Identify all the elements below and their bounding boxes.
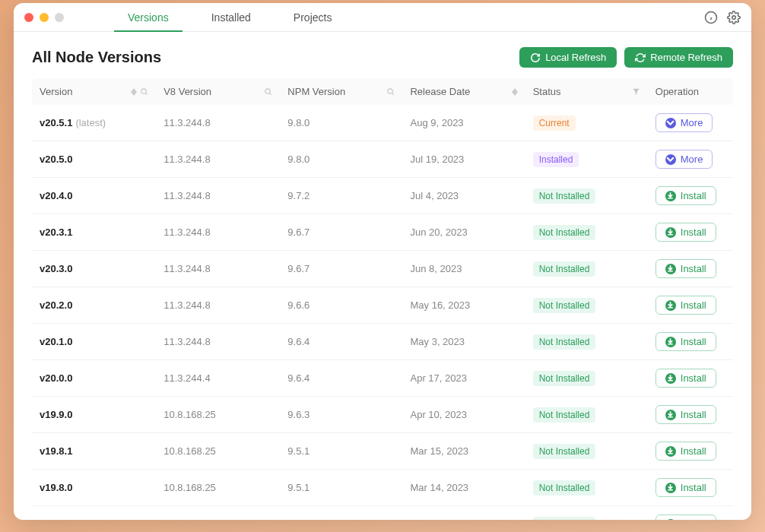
install-button[interactable]: Install: [655, 515, 716, 520]
version-cell: v20.5.0: [32, 141, 156, 178]
status-badge: Not Installed: [533, 298, 596, 313]
version-cell: v20.1.0: [32, 324, 156, 360]
versions-table: Version V8 Version: [32, 78, 733, 520]
maximize-window-button[interactable]: [55, 13, 64, 22]
operation-cell: Install: [648, 251, 733, 287]
remote-refresh-label: Remote Refresh: [650, 52, 722, 63]
install-button[interactable]: Install: [655, 332, 716, 351]
table-row: v19.8.110.8.168.259.5.1Mar 15, 2023Not I…: [32, 433, 733, 470]
install-button[interactable]: Install: [655, 478, 716, 497]
sort-icon[interactable]: [512, 88, 518, 96]
install-button[interactable]: Install: [655, 186, 716, 205]
tab-versions[interactable]: Versions: [106, 3, 190, 31]
table-scroll[interactable]: Version V8 Version: [14, 78, 751, 520]
status-badge: Not Installed: [533, 517, 596, 521]
install-label: Install: [681, 372, 706, 384]
table-row: v19.9.010.8.168.259.6.3Apr 10, 2023Not I…: [32, 397, 733, 433]
local-refresh-button[interactable]: Local Refresh: [519, 47, 617, 68]
npm-cell: 9.6.6: [280, 287, 402, 324]
npm-cell: 9.7.2: [280, 178, 402, 214]
operation-cell: Install: [648, 433, 733, 470]
version-cell: v20.3.1: [32, 214, 156, 251]
status-badge: Not Installed: [533, 371, 596, 386]
status-badge: Current: [533, 116, 576, 131]
install-label: Install: [681, 226, 706, 238]
status-cell: Current: [525, 105, 648, 141]
status-cell: Not Installed: [525, 470, 648, 506]
remote-refresh-button[interactable]: Remote Refresh: [624, 47, 733, 68]
v8-cell: 11.3.244.8: [156, 178, 280, 214]
version-value: v20.4.0: [40, 190, 72, 201]
close-window-button[interactable]: [24, 13, 33, 22]
install-label: Install: [681, 445, 706, 457]
install-button[interactable]: Install: [655, 223, 716, 242]
install-button[interactable]: Install: [655, 369, 716, 388]
column-npm[interactable]: NPM Version: [280, 78, 402, 105]
tab-installed[interactable]: Installed: [190, 3, 272, 31]
settings-icon[interactable]: [727, 11, 741, 24]
column-operation: Operation: [648, 78, 733, 105]
operation-cell: Install: [648, 397, 733, 433]
search-icon[interactable]: [264, 87, 272, 96]
download-icon: [665, 337, 676, 347]
more-button[interactable]: More: [655, 150, 713, 169]
version-cell: v20.3.0: [32, 251, 156, 287]
table-row: v20.5.011.3.244.89.8.0Jul 19, 2023Instal…: [32, 141, 733, 178]
install-button[interactable]: Install: [655, 259, 716, 278]
header-row: All Node Versions Local Refresh Remote R…: [14, 32, 751, 78]
column-status[interactable]: Status: [525, 78, 648, 105]
operation-cell: More: [648, 141, 733, 178]
status-cell: Not Installed: [525, 433, 648, 470]
column-version[interactable]: Version: [32, 78, 156, 105]
status-badge: Not Installed: [533, 407, 596, 423]
operation-cell: Install: [648, 178, 733, 214]
info-icon[interactable]: [704, 11, 718, 24]
filter-icon[interactable]: [632, 87, 640, 96]
tab-projects[interactable]: Projects: [272, 3, 354, 31]
sort-icon[interactable]: [131, 88, 137, 96]
version-value: v19.8.0: [40, 482, 72, 493]
version-cell: v19.8.0: [32, 470, 156, 506]
v8-cell: 11.3.244.8: [156, 324, 280, 360]
status-badge: Not Installed: [533, 188, 596, 204]
status-badge: Installed: [533, 152, 579, 167]
column-status-label: Status: [533, 86, 561, 97]
install-button[interactable]: Install: [655, 405, 716, 424]
version-value: v20.5.0: [40, 154, 72, 165]
date-cell: Aug 9, 2023: [402, 105, 525, 141]
npm-cell: 9.6.7: [280, 251, 402, 287]
version-value: v20.1.0: [40, 336, 72, 347]
version-cell: v19.8.1: [32, 433, 156, 470]
version-value: v19.9.0: [40, 409, 72, 420]
tab-label: Projects: [294, 11, 332, 24]
date-cell: Apr 17, 2023: [402, 360, 525, 397]
status-cell: Not Installed: [525, 360, 648, 397]
minimize-window-button[interactable]: [40, 13, 49, 22]
download-icon: [665, 264, 676, 274]
npm-cell: 9.8.0: [280, 141, 402, 178]
column-release[interactable]: Release Date: [402, 78, 525, 105]
search-icon[interactable]: [140, 87, 148, 96]
install-button[interactable]: Install: [655, 296, 716, 315]
version-cell: v20.0.0: [32, 360, 156, 397]
more-button[interactable]: More: [655, 113, 713, 132]
header-buttons: Local Refresh Remote Refresh: [519, 47, 733, 68]
version-cell: v20.4.0: [32, 178, 156, 214]
operation-cell: Install: [648, 324, 733, 360]
install-button[interactable]: Install: [655, 442, 716, 461]
refresh-icon: [530, 52, 541, 63]
svg-point-3: [732, 15, 736, 19]
status-cell: Not Installed: [525, 397, 648, 433]
install-label: Install: [681, 190, 706, 201]
table-row: v20.2.011.3.244.89.6.6May 16, 2023Not In…: [32, 287, 733, 324]
column-npm-label: NPM Version: [287, 86, 345, 97]
table-row: v20.3.011.3.244.89.6.7Jun 8, 2023Not Ins…: [32, 251, 733, 287]
column-version-label: Version: [40, 86, 72, 97]
date-cell: Jul 19, 2023: [402, 141, 525, 178]
svg-line-7: [270, 93, 271, 95]
column-v8[interactable]: V8 Version: [156, 78, 280, 105]
download-icon: [665, 227, 676, 238]
table-header-row: Version V8 Version: [32, 78, 733, 105]
v8-cell: 11.3.244.8: [156, 105, 280, 141]
search-icon[interactable]: [386, 87, 395, 96]
